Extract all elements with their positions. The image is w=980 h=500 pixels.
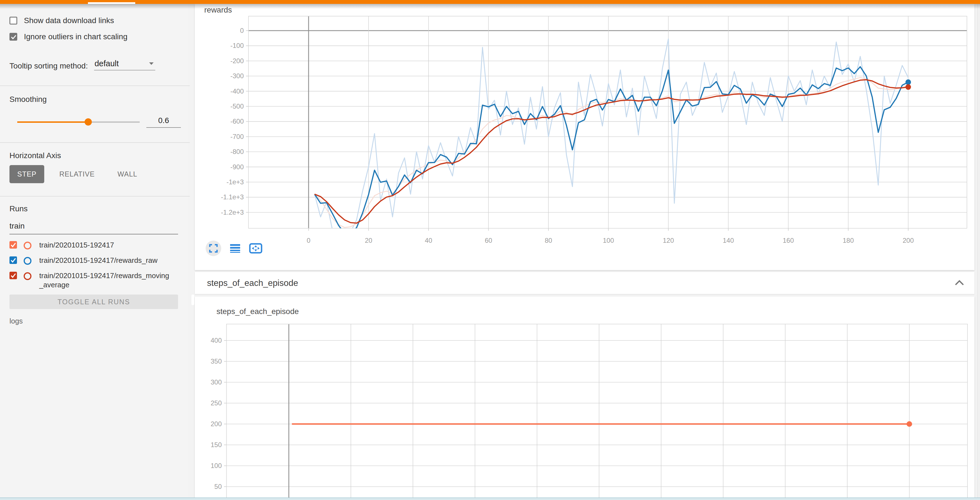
svg-text:40: 40 — [425, 237, 433, 244]
tensorboard-scalars-page: Show data download links Ignore outliers… — [0, 0, 980, 500]
fit-domain-icon[interactable] — [249, 243, 262, 254]
axis-option-wall[interactable]: WALL — [110, 165, 145, 183]
svg-text:200: 200 — [903, 237, 914, 244]
axis-option-step[interactable]: STEP — [10, 165, 44, 183]
active-tab-indicator — [88, 2, 135, 4]
svg-text:-100: -100 — [231, 42, 244, 49]
data-rows-icon[interactable] — [230, 244, 240, 253]
svg-text:-1.1e+3: -1.1e+3 — [221, 193, 244, 201]
svg-text:-1e+3: -1e+3 — [226, 178, 244, 186]
svg-text:60: 60 — [485, 237, 492, 244]
settings-sidebar: Show data download links Ignore outliers… — [0, 4, 188, 498]
run-label: train/20201015-192417 — [39, 240, 170, 250]
svg-text:350: 350 — [211, 357, 222, 365]
slider-fill — [17, 121, 88, 123]
svg-text:80: 80 — [545, 237, 552, 244]
fullscreen-icon[interactable] — [206, 240, 221, 256]
run-color-radio-icon[interactable] — [24, 257, 32, 265]
sidebar-scrollbar-thumb[interactable] — [191, 295, 194, 305]
smoothing-label: Smoothing — [10, 95, 188, 104]
horizontal-axis-label: Horizontal Axis — [10, 151, 188, 160]
top-toolbar — [0, 0, 980, 4]
svg-text:-700: -700 — [231, 133, 244, 140]
smoothing-slider[interactable] — [17, 118, 140, 126]
svg-text:100: 100 — [603, 237, 614, 244]
section-title: steps_of_each_episode — [207, 278, 298, 288]
tooltip-sorting-label: Tooltip sorting method: — [10, 62, 88, 70]
svg-text:300: 300 — [211, 378, 222, 386]
svg-text:0: 0 — [240, 27, 244, 34]
divider — [0, 142, 190, 143]
svg-text:20: 20 — [365, 237, 372, 244]
steps-line-chart[interactable]: 40035030025020015010050 — [195, 296, 974, 500]
ignore-outliers-checkbox-row[interactable]: Ignore outliers in chart scaling — [10, 32, 188, 41]
tooltip-sorting-value: default — [95, 59, 119, 68]
svg-text:100: 100 — [211, 462, 222, 470]
svg-text:200: 200 — [211, 420, 222, 428]
rewards-line-chart[interactable]: 0-100-200-300-400-500-600-700-800-900-1e… — [195, 4, 974, 270]
svg-text:-600: -600 — [231, 118, 244, 125]
chevron-down-icon — [149, 62, 154, 65]
steps-chart-card: steps_of_each_episode 400350300250200150… — [195, 296, 974, 500]
run-color-radio-icon[interactable] — [24, 272, 32, 280]
tooltip-sorting-row: Tooltip sorting method: default — [10, 59, 188, 70]
horizontal-axis-button-group: STEPRELATIVEWALL — [10, 165, 188, 183]
svg-text:-500: -500 — [231, 102, 244, 110]
svg-text:250: 250 — [211, 399, 222, 407]
svg-text:-200: -200 — [231, 57, 244, 65]
svg-text:150: 150 — [211, 441, 222, 449]
svg-text:0: 0 — [307, 237, 310, 244]
svg-text:120: 120 — [663, 237, 674, 244]
svg-text:160: 160 — [783, 237, 794, 244]
svg-text:-900: -900 — [231, 163, 244, 170]
run-filter-input[interactable] — [10, 221, 178, 234]
run-checkbox-icon[interactable] — [10, 241, 17, 248]
run-row[interactable]: train/20201015-192417 — [10, 240, 188, 250]
svg-text:-1.2e+3: -1.2e+3 — [221, 209, 244, 216]
page-scrollbar-track[interactable] — [977, 4, 980, 500]
smoothing-row: 0.6 — [10, 116, 188, 128]
rewards-chart-card: rewards 0-100-200-300-400-500-600-700-80… — [195, 4, 974, 270]
run-row[interactable]: train/20201015-192417/rewards_raw — [10, 256, 188, 265]
checkbox-label: Show data download links — [24, 16, 114, 25]
runs-label: Runs — [10, 204, 188, 213]
svg-text:140: 140 — [722, 237, 734, 244]
run-row[interactable]: train/20201015-192417/rewards_moving_ave… — [10, 271, 188, 290]
checkbox-label: Ignore outliers in chart scaling — [24, 32, 127, 41]
svg-text:-400: -400 — [231, 88, 244, 95]
svg-text:50: 50 — [214, 483, 222, 490]
svg-text:400: 400 — [211, 337, 222, 344]
logdir-label: logs — [10, 317, 188, 325]
smoothing-value[interactable]: 0.6 — [146, 116, 181, 128]
chevron-up-icon[interactable] — [955, 280, 964, 287]
svg-text:180: 180 — [843, 237, 854, 244]
divider — [0, 86, 190, 86]
run-checkbox-icon[interactable] — [10, 256, 17, 264]
checkbox-icon[interactable] — [10, 33, 17, 41]
run-list: train/20201015-192417train/20201015-1924… — [10, 240, 188, 290]
toggle-all-runs-button[interactable]: TOGGLE ALL RUNS — [10, 295, 178, 309]
svg-text:-300: -300 — [231, 72, 244, 80]
run-color-radio-icon[interactable] — [24, 242, 32, 250]
axis-option-relative[interactable]: RELATIVE — [51, 165, 102, 183]
page-bottom-edge — [0, 497, 980, 500]
divider — [0, 196, 190, 197]
checkbox-icon[interactable] — [10, 17, 17, 24]
tooltip-sorting-select[interactable]: default — [94, 59, 155, 70]
chart-toolbar — [206, 240, 262, 257]
svg-text:-800: -800 — [231, 148, 244, 155]
run-label: train/20201015-192417/rewards_moving_ave… — [39, 271, 170, 290]
section-header-steps-of-each-episode[interactable]: steps_of_each_episode — [195, 272, 974, 294]
run-checkbox-icon[interactable] — [10, 272, 17, 279]
check-icon — [11, 34, 17, 40]
show-download-links-checkbox-row[interactable]: Show data download links — [10, 16, 188, 25]
slider-thumb[interactable] — [84, 118, 92, 126]
run-label: train/20201015-192417/rewards_raw — [39, 256, 170, 265]
